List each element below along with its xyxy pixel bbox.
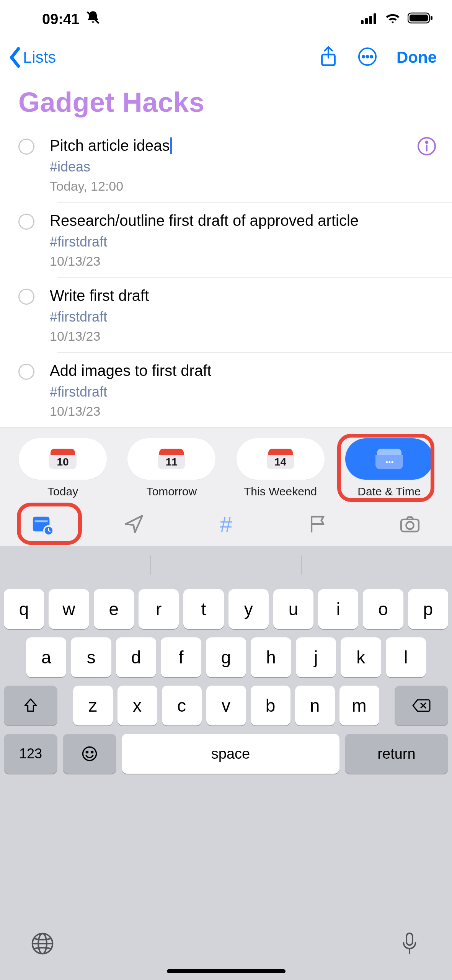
svg-rect-3 [369, 16, 372, 24]
reminder-tag[interactable]: #firstdraft [50, 234, 437, 250]
key-a[interactable]: a [26, 637, 66, 677]
back-button[interactable]: Lists [8, 47, 56, 68]
quick-label: This Weekend [244, 485, 317, 498]
done-button[interactable]: Done [397, 48, 437, 67]
svg-point-25 [91, 751, 93, 753]
camera-toolbar-button[interactable] [391, 509, 429, 539]
keyboard-suggestions[interactable] [0, 546, 452, 583]
reminder-title[interactable]: Research/outline first draft of approved… [50, 212, 437, 229]
svg-rect-6 [410, 15, 428, 21]
key-u[interactable]: u [273, 589, 313, 629]
key-f[interactable]: f [161, 637, 201, 677]
key-s[interactable]: s [71, 637, 111, 677]
reminder-meta: Today, 12:00 [50, 179, 437, 194]
key-k[interactable]: k [341, 637, 381, 677]
complete-toggle[interactable] [18, 214, 34, 230]
quick-weekend[interactable]: 14 This Weekend [233, 438, 328, 498]
key-i[interactable]: i [318, 589, 358, 629]
svg-point-24 [86, 751, 88, 753]
reminder-item[interactable]: Write first draft #firstdraft 10/13/23 [18, 277, 452, 352]
quick-date-bar: 10 Today 11 Tomorrow 14 This Weekend Dat… [0, 427, 452, 505]
location-toolbar-button[interactable] [115, 509, 153, 539]
status-time: 09:41 [42, 11, 79, 28]
complete-toggle[interactable] [18, 289, 34, 305]
key-b[interactable]: b [251, 686, 290, 725]
reminder-title[interactable]: Write first draft [50, 287, 437, 304]
reminder-title[interactable]: Pitch article ideas [50, 137, 170, 154]
quick-label: Today [47, 485, 78, 498]
svg-point-23 [83, 747, 96, 760]
share-button[interactable] [318, 46, 338, 69]
reminder-item[interactable]: Add images to first draft #firstdraft 10… [18, 352, 452, 427]
svg-rect-2 [365, 18, 368, 24]
globe-key[interactable] [31, 932, 54, 957]
numbers-key[interactable]: 123 [4, 734, 57, 774]
svg-rect-7 [431, 16, 432, 20]
key-y[interactable]: y [228, 589, 269, 629]
quick-label: Tomorrow [147, 485, 197, 498]
svg-rect-4 [374, 13, 376, 24]
more-button[interactable] [357, 46, 377, 69]
svg-rect-29 [406, 933, 413, 945]
list-title: Gadget Hacks [0, 77, 452, 127]
reminder-meta: 10/13/23 [50, 329, 437, 344]
reminder-title[interactable]: Add images to first draft [50, 362, 437, 379]
back-label: Lists [23, 48, 56, 67]
svg-point-20 [406, 522, 413, 529]
wifi-icon [385, 11, 401, 28]
space-key[interactable]: space [122, 734, 339, 774]
key-n[interactable]: n [295, 686, 335, 725]
svg-rect-1 [361, 20, 364, 24]
nav-bar: Lists Done [0, 38, 452, 77]
key-x[interactable]: x [117, 686, 157, 725]
key-q[interactable]: q [4, 589, 44, 629]
battery-icon [408, 11, 434, 28]
key-g[interactable]: g [206, 637, 246, 677]
flag-toolbar-button[interactable] [299, 509, 337, 539]
key-l[interactable]: l [386, 637, 426, 677]
key-d[interactable]: d [116, 637, 156, 677]
calendar-day: 10 [49, 455, 77, 469]
quick-today[interactable]: 10 Today [15, 438, 110, 498]
key-v[interactable]: v [206, 686, 246, 725]
key-r[interactable]: r [139, 589, 179, 629]
key-p[interactable]: p [408, 589, 448, 629]
shift-key[interactable] [4, 686, 57, 725]
key-o[interactable]: o [363, 589, 403, 629]
mute-icon [85, 10, 101, 29]
reminder-item[interactable]: Pitch article ideas #ideas Today, 12:00 [18, 127, 452, 202]
tag-toolbar-button[interactable]: # [207, 509, 245, 539]
reminder-meta: 10/13/23 [50, 254, 437, 269]
complete-toggle[interactable] [18, 364, 34, 380]
return-key[interactable]: return [345, 734, 448, 774]
key-t[interactable]: t [183, 589, 224, 629]
reminder-tag[interactable]: #firstdraft [50, 384, 437, 400]
reminder-tag[interactable]: #firstdraft [50, 309, 437, 325]
reminders-list: Pitch article ideas #ideas Today, 12:00 … [0, 127, 452, 427]
emoji-key[interactable] [63, 734, 116, 774]
cellular-icon [361, 11, 378, 28]
dictation-key[interactable] [398, 932, 421, 957]
quick-datetime[interactable]: Date & Time [342, 438, 437, 498]
quick-tomorrow[interactable]: 11 Tomorrow [124, 438, 219, 498]
svg-point-14 [426, 141, 428, 143]
key-j[interactable]: j [296, 637, 336, 677]
date-toolbar-button[interactable] [23, 509, 61, 539]
key-w[interactable]: w [49, 589, 89, 629]
key-z[interactable]: z [73, 686, 113, 725]
keyboard: qwertyuiop asdfghjkl zxcvbnm 123 space r… [0, 583, 452, 919]
calendar-day: 11 [158, 455, 185, 469]
svg-point-11 [366, 56, 368, 57]
key-m[interactable]: m [339, 686, 379, 725]
svg-rect-17 [35, 520, 48, 522]
backspace-key[interactable] [395, 686, 448, 725]
reminder-item[interactable]: Research/outline first draft of approved… [18, 202, 452, 277]
complete-toggle[interactable] [18, 139, 34, 155]
key-h[interactable]: h [251, 637, 291, 677]
reminder-meta: 10/13/23 [50, 404, 437, 419]
reminder-tag[interactable]: #ideas [50, 159, 437, 175]
home-indicator[interactable] [167, 969, 286, 973]
key-c[interactable]: c [162, 686, 202, 725]
key-e[interactable]: e [94, 589, 134, 629]
info-button[interactable] [417, 136, 437, 158]
